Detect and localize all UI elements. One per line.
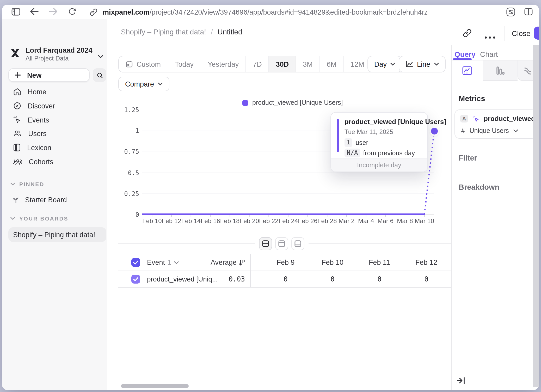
sidebar-item-board-selected[interactable]: Shopify – Piping that data! <box>8 227 106 242</box>
metric-aggregation-row[interactable]: # Unique Users <box>461 127 518 134</box>
browser-sidebar-toggle-icon[interactable] <box>11 8 20 16</box>
metric-event-row[interactable]: A product_viewed <box>460 115 535 123</box>
date-range-option-yesterday[interactable]: Yesterday <box>200 56 245 72</box>
date-range-option-30d[interactable]: 30D <box>269 56 296 72</box>
tooltip-footer: Incomplete day <box>331 158 427 172</box>
tooltip-delta: N/A <box>345 149 360 157</box>
sidebar-item-starter-board[interactable]: Starter Board <box>12 196 67 204</box>
line-chart-icon <box>405 60 413 68</box>
tab-query[interactable]: Query <box>454 50 476 58</box>
search-button[interactable] <box>93 68 106 82</box>
sidebar-item-discover[interactable]: Discover <box>7 99 104 113</box>
chevron-down-icon <box>158 82 162 85</box>
sidebar-item-cohorts[interactable]: Cohorts <box>7 155 104 168</box>
metric-event-name: product_viewed <box>484 115 535 123</box>
table-column-divider <box>250 254 251 287</box>
pinned-section-header[interactable]: PINNED <box>10 181 44 187</box>
aggregation-label: Unique Users <box>469 127 509 134</box>
date-range-option-6m[interactable]: 6M <box>319 56 343 72</box>
breadcrumb-board[interactable]: Shopify – Piping that data! <box>121 28 206 36</box>
active-tab-underline <box>453 58 472 60</box>
date-range-option-7d[interactable]: 7D <box>245 56 269 72</box>
sidebar-item-label: Discover <box>28 102 55 110</box>
chart-legend[interactable]: product_viewed [Unique Users] <box>242 99 343 106</box>
x-axis-tick-label: Feb 22 <box>259 217 279 225</box>
project-name[interactable]: Lord Farquaad 2024 <box>26 46 93 54</box>
date-column-header[interactable]: Feb 11 <box>356 259 403 266</box>
filter-heading: Filter <box>459 154 477 162</box>
row-event-label[interactable]: product_viewed [Uniq... <box>147 275 218 283</box>
sidebar-item-home[interactable]: Home <box>7 85 104 99</box>
report-tab-insights[interactable] <box>452 60 483 81</box>
query-panel-border <box>451 45 452 390</box>
x-axis-tick-label: Mar 10 <box>415 217 434 225</box>
compare-button[interactable]: Compare <box>118 77 169 91</box>
event-header-label: Event <box>147 259 165 266</box>
event-cursor-icon <box>472 115 479 122</box>
sidebar-item-lexicon[interactable]: Lexicon <box>7 141 104 154</box>
mixpanel-logo-icon[interactable] <box>9 47 21 59</box>
row-average-value: 0.03 <box>207 275 245 283</box>
browser-split-view-icon[interactable] <box>524 8 533 16</box>
project-switcher-chevron-icon[interactable] <box>98 51 103 60</box>
sidebar-item-events[interactable]: Events <box>7 113 104 127</box>
breadcrumb-page-title[interactable]: Untitled <box>218 28 242 36</box>
layout-chart-only-button[interactable] <box>275 237 288 250</box>
layout-split-button[interactable] <box>259 237 272 250</box>
address-bar[interactable]: mixpanel.com/project/3472420/view/397469… <box>103 8 428 16</box>
y-axis-tick-label: 0 <box>116 211 139 218</box>
chart-end-point[interactable] <box>431 127 438 134</box>
date-range-option-today[interactable]: Today <box>168 56 200 72</box>
granularity-dropdown[interactable]: Day <box>367 56 402 72</box>
report-tab-funnels[interactable] <box>483 60 518 81</box>
tab-chart[interactable]: Chart <box>480 50 498 58</box>
collapse-panel-icon[interactable] <box>457 377 465 386</box>
tooltip-date: Tue Mar 11, 2025 <box>345 128 393 136</box>
close-button[interactable]: Close <box>512 29 531 38</box>
row-cell-value: 0 <box>262 275 309 283</box>
save-button-partial[interactable] <box>534 27 539 40</box>
layout-toggle-group <box>255 236 309 252</box>
copy-link-icon[interactable] <box>463 29 472 40</box>
header-divider <box>505 26 505 41</box>
date-column-header[interactable]: Feb 12 <box>403 259 450 266</box>
date-range-option-3m[interactable]: 3M <box>296 56 319 72</box>
date-column-header[interactable]: Feb 9 <box>262 259 309 266</box>
board-label: Starter Board <box>25 196 67 204</box>
date-column-header[interactable]: Feb 10 <box>309 259 356 266</box>
table-row-border <box>118 287 451 288</box>
bar-chart-icon <box>496 66 505 75</box>
x-axis-tick-label: Feb 14 <box>181 217 201 225</box>
more-options-icon[interactable] <box>484 32 496 41</box>
new-button[interactable]: New <box>8 68 90 82</box>
browser-extensions-icon[interactable] <box>506 7 515 17</box>
compass-icon <box>13 102 21 110</box>
your-boards-section-header[interactable]: YOUR BOARDS <box>10 215 68 222</box>
date-range-option-12m[interactable]: 12M <box>343 56 371 72</box>
horizontal-scrollbar-thumb[interactable] <box>121 384 189 388</box>
sidebar-item-label: Cohorts <box>29 158 53 166</box>
chevron-down-icon <box>390 63 395 66</box>
x-axis-tick-label: Feb 16 <box>201 217 220 225</box>
metric-card[interactable]: A product_viewed # Unique Users <box>454 109 537 139</box>
sidebar-item-users[interactable]: Users <box>7 127 104 140</box>
x-axis-tick-label: Feb 20 <box>239 217 259 225</box>
chevron-down-icon <box>434 63 439 66</box>
insights-icon <box>462 66 472 75</box>
tooltip-series-bar <box>337 119 339 152</box>
chevron-down-icon <box>10 182 15 186</box>
date-range-label: Today <box>175 60 194 68</box>
x-axis-tick-label: Mar 4 <box>358 217 374 225</box>
average-column-header[interactable]: Average <box>207 259 245 266</box>
browser-back-icon[interactable] <box>30 8 39 15</box>
browser-forward-icon[interactable] <box>49 8 57 15</box>
seedling-icon <box>12 196 20 204</box>
vertical-scrollbar-track[interactable] <box>533 45 539 387</box>
chart-type-dropdown[interactable]: Line <box>399 56 445 72</box>
date-range-option-custom[interactable]: Custom <box>119 56 168 72</box>
browser-reload-icon[interactable] <box>68 7 76 16</box>
event-column-header[interactable]: Event 1 <box>147 259 179 266</box>
select-all-checkbox[interactable] <box>131 258 140 267</box>
row-checkbox[interactable] <box>131 275 140 284</box>
layout-table-only-button[interactable] <box>291 237 304 250</box>
